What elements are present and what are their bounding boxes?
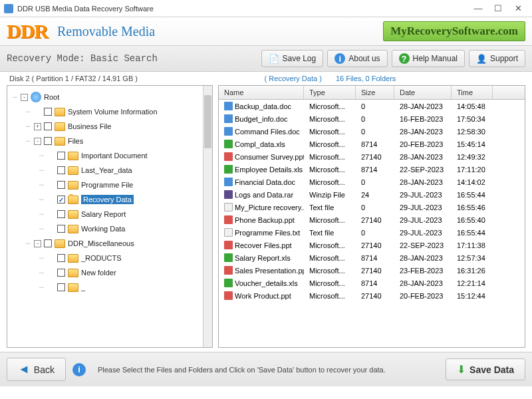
file-icon [224, 140, 233, 148]
folder-icon [55, 122, 65, 131]
maximize-button[interactable]: ☐ [488, 2, 508, 15]
expand-icon[interactable]: - [34, 138, 41, 145]
file-type: Microsoft... [304, 254, 356, 262]
toolbar: Recovery Mode: Basic Search 📄Save Log iA… [0, 45, 532, 72]
checkbox[interactable] [57, 152, 65, 160]
software-link[interactable]: MyRecoverySoftware.com [383, 21, 525, 41]
tree-node[interactable]: ┈✓Recovery Data [9, 192, 201, 207]
help-button[interactable]: ?Help Manual [392, 50, 465, 67]
expand-icon[interactable]: - [34, 240, 41, 247]
file-icon [224, 165, 233, 174]
folder-icon [68, 166, 78, 175]
file-name: Voucher_details.xls [235, 279, 298, 287]
file-date: 23-FEB-2023 [394, 267, 452, 275]
tree-node[interactable]: ┈Important Document [9, 148, 201, 163]
file-size: 0 [356, 128, 394, 136]
file-date: 28-JAN-2023 [394, 153, 452, 161]
file-icon [224, 102, 233, 110]
col-size[interactable]: Size [356, 86, 394, 99]
save-icon: ⬇ [457, 363, 466, 376]
tree-label: Files [68, 137, 83, 145]
col-time[interactable]: Time [452, 86, 493, 99]
checkbox[interactable] [57, 254, 65, 262]
back-button[interactable]: ◄Back [7, 358, 66, 381]
tree-scrollbar[interactable] [203, 86, 212, 347]
file-row[interactable]: Backup_data.docMicrosoft...028-JAN-20231… [219, 100, 525, 112]
tree-node[interactable]: ┈-Root [9, 90, 201, 104]
minimize-button[interactable]: — [468, 2, 488, 15]
file-type: Microsoft... [304, 292, 356, 300]
tree-node[interactable]: ┈Salary Report [9, 207, 201, 221]
tree-node[interactable]: ┈-DDR_Miscellaneous [9, 236, 201, 251]
file-row[interactable]: My_Picture recovery...Text file029-JUL-2… [219, 201, 525, 213]
file-row[interactable]: Budget_info.docMicrosoft...016-FEB-20231… [219, 112, 525, 125]
file-icon [224, 241, 233, 249]
support-button[interactable]: 👤Support [469, 50, 525, 67]
file-date: 28-JAN-2023 [394, 279, 452, 287]
expand-icon[interactable]: + [34, 123, 41, 130]
file-size: 0 [356, 229, 394, 237]
tree-label: Working Data [81, 225, 125, 233]
tree-node[interactable]: ┈+Business File [9, 119, 201, 134]
expand-icon[interactable]: - [21, 94, 28, 101]
file-time: 16:31:26 [452, 267, 493, 275]
checkbox[interactable] [57, 181, 65, 189]
file-row[interactable]: Logs and Data.rarWinzip File2429-JUL-202… [219, 188, 525, 201]
tree-node[interactable]: ┈Programme File [9, 178, 201, 192]
checkbox[interactable] [44, 137, 52, 145]
file-row[interactable]: Recover Files.pptMicrosoft...2714022-SEP… [219, 239, 525, 251]
file-type: Microsoft... [304, 102, 356, 110]
checkbox[interactable] [57, 283, 65, 291]
save-data-button[interactable]: ⬇Save Data [446, 358, 525, 380]
tree-label: _ [81, 283, 85, 291]
file-row[interactable]: Command Files.docMicrosoft...028-JAN-202… [219, 125, 525, 138]
file-size: 0 [356, 102, 394, 110]
file-row[interactable]: Sales Presentation.pptMicrosoft...271402… [219, 264, 525, 277]
file-row[interactable]: Work Product.pptMicrosoft...2714020-FEB-… [219, 289, 525, 302]
tree-node[interactable]: ┈_ [9, 280, 201, 295]
file-date: 20-FEB-2023 [394, 140, 452, 148]
col-name[interactable]: Name [219, 86, 304, 99]
tree-label: DDR_Miscellaneous [68, 239, 134, 247]
tree-node[interactable]: ┈_RODUCTS [9, 251, 201, 265]
checkbox[interactable] [57, 269, 65, 277]
file-icon [224, 279, 233, 287]
tree-node[interactable]: ┈New folder [9, 265, 201, 280]
file-date: 28-JAN-2023 [394, 128, 452, 136]
save-log-button[interactable]: 📄Save Log [261, 50, 324, 67]
file-row[interactable]: Financial Data.docMicrosoft...028-JAN-20… [219, 176, 525, 188]
file-size: 27140 [356, 267, 394, 275]
col-type[interactable]: Type [304, 86, 356, 99]
about-button[interactable]: iAbout us [327, 50, 387, 67]
checkbox[interactable] [44, 108, 52, 116]
tree-node[interactable]: ┈System Volume Information [9, 104, 201, 119]
file-type: Microsoft... [304, 140, 356, 148]
close-button[interactable]: ✕ [508, 2, 528, 15]
tree-node[interactable]: ┈-Files [9, 134, 201, 148]
checkbox[interactable] [57, 225, 65, 233]
col-date[interactable]: Date [394, 86, 452, 99]
checkbox[interactable] [44, 239, 52, 247]
tree-node[interactable]: ┈Working Data [9, 221, 201, 236]
tree-node[interactable]: ┈Last_Year_data [9, 163, 201, 178]
file-row[interactable]: Salary Report.xlsMicrosoft...871428-JAN-… [219, 251, 525, 264]
file-time: 17:11:20 [452, 166, 493, 174]
file-row[interactable]: Programme Files.txtText file029-JUL-2023… [219, 226, 525, 239]
file-row[interactable]: Phone Backup.pptMicrosoft...2714029-JUL-… [219, 213, 525, 226]
file-name: Salary Report.xls [235, 254, 291, 262]
checkbox[interactable] [57, 210, 65, 218]
checkbox[interactable]: ✓ [57, 196, 65, 203]
file-row[interactable]: Voucher_details.xlsMicrosoft...871428-JA… [219, 277, 525, 289]
folder-tree[interactable]: ┈-Root┈System Volume Information┈+Busine… [7, 86, 203, 347]
checkbox[interactable] [57, 166, 65, 174]
file-list[interactable]: Backup_data.docMicrosoft...028-JAN-20231… [219, 100, 525, 347]
file-time: 12:57:34 [452, 254, 493, 262]
root-icon [31, 92, 41, 102]
file-row[interactable]: Compl_data.xlsMicrosoft...871420-FEB-202… [219, 138, 525, 150]
file-row[interactable]: Employee Details.xlsMicrosoft...871422-S… [219, 163, 525, 176]
file-name: Compl_data.xls [235, 140, 285, 148]
tree-label: New folder [81, 269, 116, 277]
checkbox[interactable] [44, 122, 52, 130]
scroll-thumb[interactable] [204, 95, 211, 148]
file-row[interactable]: Consumer Survey.pptMicrosoft...2714028-J… [219, 150, 525, 163]
